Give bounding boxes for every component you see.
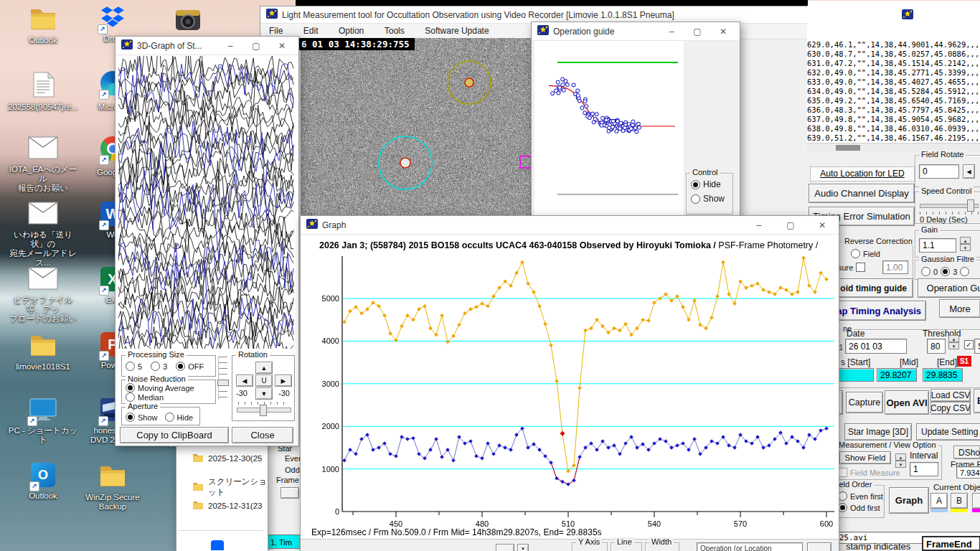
audio-channel-display-button[interactable]: Audio Channel Display bbox=[809, 184, 915, 203]
graph-titlebar[interactable]: Graph – ▢ ✕ bbox=[301, 216, 839, 235]
speed-slider-thumb[interactable] bbox=[967, 199, 974, 212]
threshold-spinner[interactable]: ▲ ▼ bbox=[948, 335, 959, 349]
date-input[interactable]: 26 01 03 bbox=[845, 339, 907, 354]
menu-software-update[interactable]: Software Update bbox=[416, 24, 497, 38]
more-button[interactable]: More bbox=[939, 299, 980, 318]
vertical-slider[interactable] bbox=[218, 357, 227, 400]
reverse-checkbox[interactable] bbox=[856, 263, 865, 272]
desktop-icon-pc[interactable]: ↗PC - ショートカット bbox=[6, 397, 80, 445]
load-csv-button[interactable]: Load CSV bbox=[930, 389, 971, 402]
sharp-checkbox[interactable]: ✓ bbox=[964, 340, 974, 349]
scrollbar-thumb[interactable] bbox=[836, 145, 860, 151]
desktop-icon-document[interactable]: 202558(90547)re... bbox=[6, 71, 80, 112]
desktop-icon-mail[interactable]: IOTA_EAへのメール 報告のお願い bbox=[6, 136, 80, 193]
show-radio[interactable] bbox=[691, 194, 700, 204]
copy-csv-button[interactable]: Copy CSV bbox=[930, 402, 971, 415]
hide-radio[interactable] bbox=[691, 180, 700, 189]
object-tab-c[interactable] bbox=[972, 493, 980, 509]
csv-row[interactable]: 639.0,51.2,"",14,38,46.1567,46.2195,,,,1 bbox=[807, 133, 980, 143]
rotate-left-button[interactable]: ◀ bbox=[236, 375, 253, 387]
close-button[interactable]: Close bbox=[232, 427, 293, 443]
desktop-icon-mail[interactable]: ビデオファイル等、アッ プロードのお願い bbox=[6, 267, 80, 324]
rotate-down-button[interactable]: ▼ bbox=[255, 387, 273, 400]
star-image-3d-button[interactable]: Star Image [3D] bbox=[844, 423, 912, 441]
object-tab-a[interactable]: A bbox=[930, 493, 948, 509]
spin-up-icon[interactable]: ▲ bbox=[960, 237, 971, 244]
light-curve-chart[interactable]: 010002000300040005000450480510540570600 bbox=[308, 253, 839, 530]
rotate-center-button[interactable]: U bbox=[255, 375, 273, 387]
spin-up-icon[interactable]: ▲ bbox=[895, 453, 906, 461]
gaussian-0-radio[interactable] bbox=[921, 267, 930, 276]
open-avi-button[interactable]: Open AVI bbox=[885, 390, 929, 415]
copy-clipboard-button[interactable]: Copy to ClipBoard bbox=[120, 427, 229, 443]
interval-spinner[interactable]: ▲ ▼ bbox=[895, 453, 906, 468]
reverse-value-input[interactable]: 1.00 bbox=[882, 260, 908, 274]
folder-item[interactable]: スクリーンショット bbox=[192, 476, 268, 498]
csv-row[interactable]: 632.0,49.0,"",14,38,45.2771,45.3399,,,,1 bbox=[807, 68, 980, 77]
auto-location-led-button[interactable]: Auto Location for LED bbox=[810, 166, 915, 182]
desktop-icon-folder[interactable]: limovie1018S1 bbox=[6, 332, 80, 372]
strip-button-right[interactable] bbox=[807, 542, 831, 551]
strip-button[interactable] bbox=[281, 487, 299, 499]
csv-row[interactable]: 637.0,49.8,"",14,38,45.9054,45.9682,,,,1 bbox=[807, 115, 980, 124]
graph-button[interactable]: Graph bbox=[889, 487, 929, 514]
gaussian-x-radio[interactable] bbox=[960, 267, 969, 276]
maximize-icon[interactable]: ▢ bbox=[780, 220, 801, 230]
folder-item[interactable]: 2025-12-30(25 bbox=[192, 453, 262, 464]
median-radio[interactable] bbox=[126, 392, 135, 402]
rotation-slider-thumb[interactable] bbox=[260, 405, 267, 416]
rotate-up-button[interactable]: ▲ bbox=[255, 362, 273, 374]
operation-guide-button[interactable]: Operation Gui bbox=[918, 278, 980, 298]
menu-option[interactable]: Option bbox=[330, 24, 372, 38]
menu-tools[interactable]: Tools bbox=[376, 24, 413, 38]
show-field-button[interactable]: Show Field bbox=[839, 451, 891, 464]
csv-row[interactable]: 631.0,47.2,"",14,38,45.1514,45.2142,,,,1 bbox=[807, 59, 980, 68]
operation-combo[interactable]: Operation (or Location bbox=[697, 542, 803, 551]
maximize-icon[interactable]: ▢ bbox=[245, 41, 267, 51]
rotate-right-button[interactable]: ▶ bbox=[275, 375, 292, 387]
folder-item[interactable]: 2025-12-31(23 bbox=[192, 500, 262, 512]
size-5-radio[interactable] bbox=[126, 362, 135, 371]
reverse-field-radio[interactable] bbox=[851, 249, 860, 258]
guide-titlebar[interactable]: Operation guide – ▢ ✕ bbox=[532, 22, 740, 41]
csv-row[interactable]: 630.0,48.7,"",14,38,45.0257,45.0886,,,,1 bbox=[807, 50, 980, 59]
csv-data-list[interactable]: 629.0,46.1,"",14,38,44.9001,44.9629,,,,1… bbox=[807, 40, 980, 143]
camera-app-icon[interactable] bbox=[175, 7, 201, 34]
close-icon[interactable]: ✕ bbox=[271, 41, 293, 51]
strip-box-1[interactable] bbox=[496, 544, 514, 551]
frame-rate-input[interactable]: 7.9349 bbox=[956, 466, 980, 479]
size-off-radio[interactable] bbox=[176, 362, 185, 371]
spin-down-icon[interactable]: ▼ bbox=[948, 342, 959, 349]
csv-row[interactable]: 634.0,49.0,"",14,38,45.5284,45.5912,,,,1 bbox=[807, 87, 980, 96]
desktop-icon-folder[interactable]: WinZip Secure Backup bbox=[75, 463, 150, 512]
frame-end-field[interactable]: FrameEnd bbox=[922, 536, 980, 551]
gain-spinner[interactable]: ▲ ▼ bbox=[960, 237, 971, 251]
gaussian-3-radio[interactable] bbox=[941, 267, 950, 276]
csv-row[interactable]: 636.0,48.3,"",14,38,45.7797,45.8425,,,,1 bbox=[807, 105, 980, 115]
size-3-radio[interactable] bbox=[151, 362, 160, 371]
desktop-icon-mail[interactable]: いわゆる「送り状」の 宛先メールアドレス... bbox=[6, 202, 80, 268]
strip-dropdown-button[interactable]: ▾ bbox=[517, 544, 529, 551]
desktop-icon-outlook[interactable]: O↗Outlook bbox=[6, 463, 80, 501]
dshow-button[interactable]: DSho bbox=[953, 446, 980, 459]
dropbox-status-icon[interactable] bbox=[211, 540, 224, 550]
menu-edit[interactable]: Edit bbox=[295, 24, 327, 38]
maximize-icon[interactable]: ▢ bbox=[687, 27, 708, 37]
rotate-left-button[interactable]: ◀ bbox=[963, 164, 975, 179]
interval-input[interactable]: 1 bbox=[910, 462, 938, 476]
spin-down-icon[interactable]: ▼ bbox=[895, 461, 906, 468]
spin-up-icon[interactable]: ▲ bbox=[948, 335, 959, 342]
spin-down-icon[interactable]: ▼ bbox=[960, 244, 971, 251]
field-rotate-input[interactable]: 0 bbox=[919, 164, 959, 179]
close-icon[interactable]: ✕ bbox=[811, 220, 833, 230]
update-setting-button[interactable]: Update Setting Ite bbox=[916, 423, 980, 441]
csv-row[interactable]: 635.0,49.2,"",14,38,45.6540,45.7169,,,,1 bbox=[807, 96, 980, 105]
close-icon[interactable]: ✕ bbox=[712, 27, 734, 37]
moving-average-radio[interactable] bbox=[126, 383, 135, 392]
gain-input[interactable]: 1.1 bbox=[919, 238, 956, 253]
vertical-slider-thumb[interactable] bbox=[217, 380, 229, 386]
minimize-icon[interactable]: – bbox=[748, 220, 770, 230]
minimize-icon[interactable]: – bbox=[661, 27, 682, 37]
graph-3d-titlebar[interactable]: 3D-Graph of St... – ▢ ✕ bbox=[116, 37, 298, 55]
csv-row[interactable]: 629.0,46.1,"",14,38,44.9001,44.9629,,,,1 bbox=[807, 40, 980, 50]
